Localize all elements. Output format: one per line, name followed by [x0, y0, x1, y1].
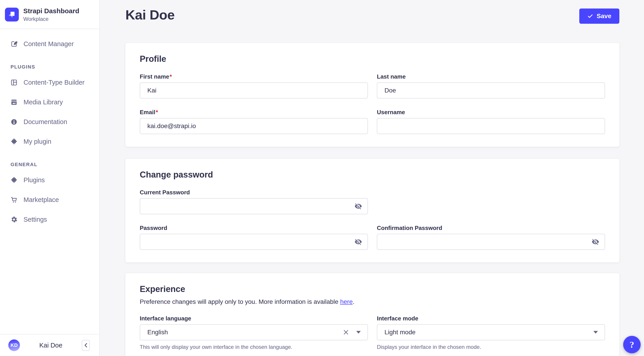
interface-mode-label: Interface mode	[377, 315, 605, 322]
last-name-input[interactable]	[377, 82, 605, 98]
sidebar-item-label: Documentation	[24, 118, 67, 126]
sidebar-item-plugins[interactable]: Plugins	[0, 170, 99, 190]
sidebar-item-label: My plugin	[24, 138, 51, 145]
interface-mode-field-group: Interface mode Light mode Displays your …	[377, 315, 605, 350]
puzzle-icon	[10, 177, 18, 184]
password-label: Password	[140, 224, 368, 232]
strapi-logo-icon	[5, 8, 19, 22]
sidebar-item-documentation[interactable]: Documentation	[0, 112, 99, 132]
change-password-section-title: Change password	[140, 170, 605, 180]
eye-off-icon	[354, 202, 362, 210]
caret-down-icon	[594, 331, 598, 334]
profile-section-title: Profile	[140, 54, 605, 64]
current-password-field-group: Current Password	[140, 189, 368, 214]
toggle-password-visibility-button[interactable]	[353, 236, 364, 248]
save-button[interactable]: Save	[579, 8, 619, 24]
sidebar-item-label: Content-Type Builder	[24, 79, 84, 86]
main-content: Kai Doe Save Profile First name* Last na…	[100, 0, 644, 356]
interface-language-hint: This will only display your own interfac…	[140, 344, 368, 350]
clear-language-button[interactable]	[342, 329, 350, 336]
here-link[interactable]: here	[340, 298, 353, 305]
sidebar-item-label: Plugins	[24, 176, 45, 184]
email-field-group: Email*	[140, 109, 368, 134]
interface-language-label: Interface language	[140, 315, 368, 322]
current-password-label: Current Password	[140, 189, 368, 196]
page-title: Kai Doe	[126, 7, 175, 23]
interface-language-field-group: Interface language English This	[140, 315, 368, 350]
first-name-label: First name*	[140, 73, 368, 80]
feather-icon	[10, 40, 18, 48]
confirmation-password-label: Confirmation Password	[377, 224, 605, 232]
first-name-input[interactable]	[140, 82, 368, 98]
layout-icon	[10, 79, 18, 86]
current-password-input[interactable]	[140, 198, 368, 214]
caret-down-icon	[356, 331, 361, 334]
puzzle-icon	[10, 138, 18, 145]
sidebar-item-my-plugin[interactable]: My plugin	[0, 132, 99, 151]
sidebar-item-media-library[interactable]: Media Library	[0, 92, 99, 112]
interface-language-select[interactable]: English	[140, 324, 368, 340]
collapse-sidebar-button[interactable]	[82, 340, 90, 351]
sidebar-item-label: Content Manager	[24, 40, 74, 48]
page-header: Kai Doe Save	[126, 0, 619, 24]
picture-icon	[10, 99, 18, 106]
user-name: Kai Doe	[20, 342, 82, 349]
confirmation-password-input[interactable]	[377, 234, 605, 250]
username-field-group: Username	[377, 109, 605, 134]
eye-off-icon	[354, 238, 362, 246]
sidebar-item-label: Marketplace	[24, 196, 59, 204]
sidebar-item-settings[interactable]: Settings	[0, 210, 99, 229]
interface-mode-select[interactable]: Light mode	[377, 324, 605, 340]
sidebar-user-row: KD Kai Doe	[0, 334, 99, 356]
last-name-label: Last name	[377, 73, 605, 80]
screen: Strapi Dashboard Workplace Content Manag…	[0, 0, 644, 356]
check-icon	[587, 13, 593, 19]
profile-card: Profile First name* Last name Email* Use…	[126, 43, 619, 147]
interface-language-value: English	[147, 329, 168, 336]
sidebar-nav: Content Manager PLUGINS Content-Type Bui…	[0, 29, 99, 229]
change-password-card: Change password Current Password	[126, 159, 619, 262]
sidebar-section-general: GENERAL	[10, 162, 99, 168]
toggle-password-visibility-button[interactable]	[353, 200, 364, 212]
toggle-password-visibility-button[interactable]	[590, 236, 601, 248]
help-button[interactable]: ?	[623, 336, 641, 353]
chevron-left-icon	[84, 343, 88, 348]
required-marker: *	[170, 73, 172, 80]
workspace-name: Workplace	[23, 16, 79, 22]
experience-description: Preference changes will apply only to yo…	[140, 298, 605, 306]
sidebar-item-content-manager[interactable]: Content Manager	[0, 34, 99, 54]
first-name-field-group: First name*	[140, 73, 368, 98]
email-input[interactable]	[140, 118, 368, 134]
avatar[interactable]: KD	[8, 340, 20, 351]
sidebar-section-plugins: PLUGINS	[10, 64, 99, 70]
experience-section-title: Experience	[140, 284, 605, 294]
sidebar-item-label: Settings	[24, 216, 47, 223]
sidebar: Strapi Dashboard Workplace Content Manag…	[0, 0, 100, 356]
gear-icon	[10, 216, 18, 223]
workspace-brand: Strapi Dashboard Workplace	[0, 0, 99, 29]
email-label: Email*	[140, 109, 368, 116]
sidebar-item-content-type-builder[interactable]: Content-Type Builder	[0, 72, 99, 92]
clear-x-icon	[343, 329, 349, 336]
password-field-group: Password	[140, 224, 368, 250]
info-circle-icon	[10, 118, 18, 126]
sidebar-item-label: Media Library	[24, 98, 63, 106]
save-button-label: Save	[597, 12, 611, 20]
last-name-field-group: Last name	[377, 73, 605, 98]
required-marker: *	[156, 109, 158, 116]
app-title: Strapi Dashboard	[23, 7, 79, 15]
eye-off-icon	[592, 238, 599, 246]
experience-card: Experience Preference changes will apply…	[126, 273, 619, 356]
interface-mode-value: Light mode	[384, 329, 416, 336]
confirmation-password-field-group: Confirmation Password	[377, 224, 605, 250]
cart-icon	[10, 196, 18, 203]
username-input[interactable]	[377, 118, 605, 134]
interface-mode-hint: Displays your interface in the chosen mo…	[377, 344, 605, 350]
sidebar-item-marketplace[interactable]: Marketplace	[0, 190, 99, 210]
username-label: Username	[377, 109, 605, 116]
password-input[interactable]	[140, 234, 368, 250]
